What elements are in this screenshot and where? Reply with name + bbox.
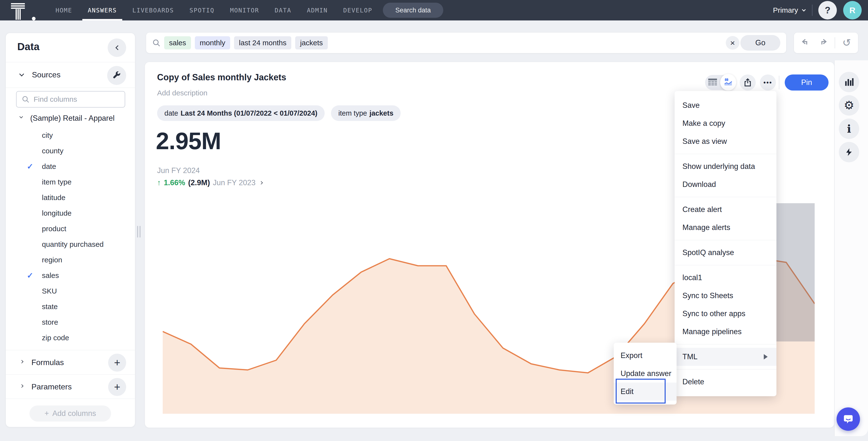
menu-item-show-underlying-data[interactable]: Show underlying data [675, 158, 776, 175]
pin-button[interactable]: Pin [785, 74, 829, 91]
column-region[interactable]: region [6, 252, 135, 268]
nav-item-liveboards[interactable]: LIVEBOARDS [132, 0, 174, 21]
menu-item-tml[interactable]: TML [675, 348, 776, 366]
menu-item-sync-to-sheets[interactable]: Sync to Sheets [675, 287, 776, 305]
answer-title[interactable]: Copy of Sales monthly Jackets [157, 72, 286, 82]
right-toolbar: ⚙ i [834, 60, 868, 436]
source-table-row[interactable]: (Sample) Retail - Apparel [6, 111, 135, 126]
search-token-last-24-months[interactable]: last 24 months [234, 36, 291, 49]
ellipsis-icon: ••• [764, 79, 772, 87]
details-button[interactable]: i [839, 118, 859, 139]
column-latitude[interactable]: latitude [6, 190, 135, 205]
nav-item-answers[interactable]: ANSWERS [88, 0, 117, 21]
chevron-right-icon [20, 360, 23, 363]
submenu-item-update-answer[interactable]: Update answer [614, 365, 677, 382]
share-button[interactable] [740, 74, 756, 91]
menu-item-delete[interactable]: Delete [675, 373, 776, 391]
menu-item-make-a-copy[interactable]: Make a copy [675, 114, 776, 132]
org-switcher[interactable]: Primary [773, 6, 805, 14]
sources-section[interactable]: Sources [6, 63, 135, 88]
column-product[interactable]: product [6, 221, 135, 237]
nav-item-monitor[interactable]: MONITOR [230, 0, 259, 21]
menu-item-manage-pipelines[interactable]: Manage pipelines [675, 323, 776, 341]
column-county[interactable]: county [6, 143, 135, 159]
menu-item-spotiq-analyse[interactable]: SpotIQ analyse [675, 244, 776, 262]
column-sku[interactable]: SKU [6, 283, 135, 299]
panel-title: Data [17, 41, 39, 53]
info-icon: i [847, 123, 851, 135]
column-zip-code[interactable]: zip code [6, 330, 135, 346]
formulas-section[interactable]: Formulas + [6, 350, 135, 374]
more-actions-button[interactable]: ••• [760, 74, 776, 91]
check-icon: ✓ [27, 162, 33, 171]
up-arrow-icon: ↑ [157, 178, 161, 187]
go-button[interactable]: Go [740, 35, 780, 50]
column-quantity-purchased[interactable]: quantity purchased [6, 237, 135, 252]
column-date[interactable]: ✓date [6, 159, 135, 174]
reset-icon[interactable]: ↺ [842, 38, 851, 48]
chart-config-button[interactable] [839, 72, 859, 92]
menu-item-local1[interactable]: local1 [675, 269, 776, 287]
spotiq-insights-button[interactable] [839, 142, 859, 162]
search-token-sales[interactable]: sales [164, 36, 191, 49]
menu-item-save[interactable]: Save [675, 96, 776, 114]
search-token-monthly[interactable]: monthly [195, 36, 230, 49]
submenu-item-export[interactable]: Export [614, 346, 677, 365]
add-formula-button[interactable]: + [108, 353, 126, 372]
table-icon [708, 78, 717, 87]
menu-item-manage-alerts[interactable]: Manage alerts [675, 218, 776, 237]
menu-item-sync-to-other-apps[interactable]: Sync to other apps [675, 305, 776, 323]
find-columns-input[interactable]: Find columns [16, 91, 125, 108]
menu-item-create-alert[interactable]: Create alert [675, 201, 776, 218]
parameters-section[interactable]: Parameters + [6, 374, 135, 399]
nav-item-home[interactable]: HOME [56, 0, 72, 21]
help-button[interactable]: ? [818, 1, 837, 20]
question-icon: ? [825, 5, 830, 15]
history-divider [835, 37, 835, 48]
menu-item-save-as-view[interactable]: Save as view [675, 132, 776, 150]
chart-view-button[interactable] [720, 74, 736, 91]
bar-chart-icon [844, 77, 854, 87]
kpi-change-row[interactable]: ↑ 1.66% (2.9M) Jun FY 2023 [157, 178, 262, 187]
table-view-button[interactable] [705, 75, 720, 90]
settings-button[interactable]: ⚙ [839, 95, 859, 115]
collapse-panel-button[interactable] [107, 38, 126, 57]
search-bar[interactable]: sales monthly last 24 months jackets × G… [146, 33, 786, 53]
add-description[interactable]: Add description [157, 89, 208, 97]
nav-item-data[interactable]: DATA [275, 0, 291, 21]
submenu-arrow-icon [764, 354, 768, 360]
filter-chip-date[interactable]: date Last 24 Months (01/07/2022 < 01/07/… [157, 105, 324, 121]
column-longitude[interactable]: longitude [6, 205, 135, 221]
chat-support-button[interactable] [837, 407, 860, 431]
search-icon [152, 38, 161, 47]
chevron-down-icon [20, 115, 23, 118]
column-item-type[interactable]: item type [6, 174, 135, 190]
avatar[interactable]: R [843, 1, 862, 20]
chevron-right-icon [20, 384, 23, 388]
answer-actions-menu: Save Make a copy Save as view Show under… [675, 91, 776, 396]
menu-item-download[interactable]: Download [675, 175, 776, 194]
nav-item-spotiq[interactable]: SPOTIQ [189, 0, 214, 21]
find-columns-placeholder: Find columns [34, 95, 77, 103]
check-icon: ✓ [27, 271, 33, 280]
redo-icon[interactable] [818, 38, 828, 48]
column-state[interactable]: state [6, 299, 135, 314]
thoughtspot-logo-icon[interactable] [11, 3, 25, 18]
nav-item-develop[interactable]: DEVELOP [343, 0, 372, 21]
undo-icon[interactable] [801, 38, 811, 48]
panel-resize-handle[interactable] [137, 226, 143, 238]
nav-search-data-button[interactable]: Search data [383, 3, 443, 18]
tml-submenu: Export Update answer Edit [614, 343, 677, 405]
chevron-down-icon [802, 7, 806, 11]
filter-chip-item-type[interactable]: item type jackets [331, 105, 401, 121]
edit-sources-button[interactable] [107, 66, 126, 85]
add-parameter-button[interactable]: + [108, 378, 126, 396]
search-token-jackets[interactable]: jackets [295, 36, 328, 49]
column-city[interactable]: city [6, 128, 135, 143]
nav-item-admin[interactable]: ADMIN [307, 0, 328, 21]
clear-search-button[interactable]: × [726, 36, 739, 49]
column-sales[interactable]: ✓sales [6, 268, 135, 283]
column-store[interactable]: store [6, 314, 135, 330]
add-columns-button[interactable]: + Add columns [29, 405, 111, 421]
submenu-item-edit[interactable]: Edit [614, 382, 677, 401]
